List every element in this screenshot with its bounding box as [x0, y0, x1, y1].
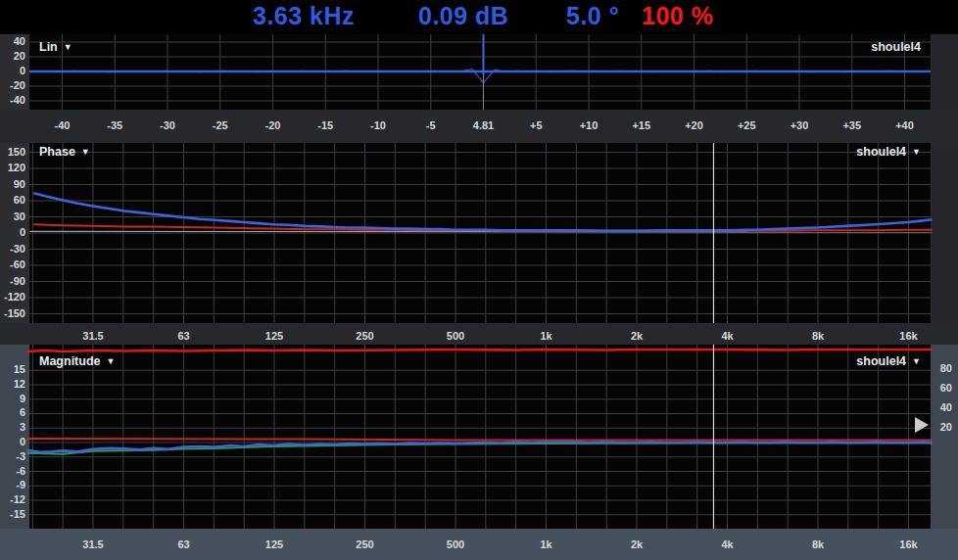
ir-x-tick: 4.81 — [473, 119, 494, 131]
phase-y-tick: 60 — [0, 194, 25, 206]
phase-panel-dropdown[interactable]: Phase ▼ — [39, 145, 90, 159]
ir-x-tick: -30 — [160, 119, 175, 131]
mag-y-tick: -9 — [0, 479, 25, 490]
ir-x-tick: +5 — [530, 119, 543, 131]
mag-trace-selector[interactable]: shoulel4 ▼ — [856, 354, 921, 368]
mag-y-tick: 0 — [0, 436, 25, 447]
phase-y-tick: -120 — [0, 291, 25, 303]
dropdown-arrow-icon: ▼ — [107, 355, 116, 367]
phase-trace-selector[interactable]: shoulel4 ▼ — [856, 145, 921, 159]
ir-x-tick: +30 — [790, 119, 809, 131]
phase-trace-name: shoulel4 — [856, 145, 906, 159]
dropdown-arrow-icon: ▼ — [64, 41, 72, 53]
phase-x-tick: 125 — [265, 330, 283, 342]
ir-scale-label: Lin — [39, 40, 58, 54]
phase-x-tick: 8k — [812, 330, 824, 342]
mag-y-tick: 3 — [0, 421, 25, 433]
coherence-y-tick: 40 — [933, 401, 952, 413]
ir-y-tick: -40 — [0, 94, 25, 106]
ir-x-tick: -35 — [107, 119, 122, 131]
phase-y-tick: 90 — [0, 178, 25, 190]
phase-x-tick: 2k — [631, 330, 643, 342]
phase-y-tick: -90 — [0, 275, 25, 287]
phase-x-tick: 31.5 — [82, 330, 103, 342]
mag-y-tick: 12 — [0, 378, 25, 390]
dropdown-arrow-icon: ▼ — [81, 146, 90, 158]
ir-x-tick: -40 — [55, 119, 71, 131]
ir-x-tick: -15 — [317, 119, 333, 131]
phase-panel-label: Phase — [39, 145, 75, 159]
ir-y-tick: 20 — [0, 50, 25, 62]
mag-x-tick: 250 — [356, 538, 373, 550]
phase-y-tick: -60 — [0, 258, 25, 270]
phase-x-tick: 250 — [356, 330, 373, 342]
mag-y-tick: -15 — [0, 508, 25, 520]
mag-y-tick: 9 — [0, 393, 25, 404]
ir-y-tick: -20 — [0, 79, 25, 91]
phase-y-tick: 0 — [0, 226, 25, 238]
phase-y-tick: -30 — [0, 243, 25, 255]
ir-scale-dropdown[interactable]: Lin ▼ — [39, 40, 72, 54]
ir-x-tick: +25 — [738, 119, 756, 131]
coherence-y-tick: 20 — [933, 421, 952, 433]
phase-x-tick: 1k — [540, 330, 551, 342]
coherence-scale-pointer-icon[interactable] — [915, 417, 929, 433]
mag-panel-label: Magnitude — [39, 354, 101, 368]
mag-x-tick: 500 — [447, 538, 464, 550]
ir-x-tick: +15 — [632, 119, 650, 131]
axis-tick-labels: -40-35-30-25-20-15-10-54.81+5+10+15+20+2… — [0, 0, 958, 560]
mag-x-tick: 8k — [812, 538, 824, 550]
ir-x-tick: -20 — [265, 119, 281, 131]
phase-y-tick: 30 — [0, 210, 25, 222]
mag-y-tick: -3 — [0, 450, 25, 462]
mag-x-tick: 125 — [265, 538, 283, 550]
ir-x-tick: +20 — [685, 119, 703, 131]
ir-y-tick: 40 — [0, 35, 25, 47]
mag-y-tick: -6 — [0, 465, 25, 477]
ir-x-tick: +35 — [842, 119, 861, 131]
mag-x-tick: 31.5 — [82, 538, 103, 550]
ir-x-tick: +10 — [580, 119, 599, 131]
phase-x-tick: 500 — [447, 330, 464, 342]
dropdown-arrow-icon: ▼ — [912, 146, 921, 158]
mag-x-tick: 16k — [899, 538, 917, 550]
mag-x-tick: 4k — [721, 538, 733, 550]
ir-trace-name: shoulel4 — [871, 40, 921, 54]
phase-y-tick: 120 — [0, 162, 25, 173]
phase-y-tick: 150 — [0, 146, 25, 158]
mag-panel-dropdown[interactable]: Magnitude ▼ — [39, 354, 115, 368]
ir-x-tick: -25 — [213, 119, 228, 131]
phase-x-tick: 63 — [177, 330, 189, 342]
ir-y-tick: 0 — [0, 65, 25, 76]
phase-x-tick: 4k — [721, 330, 733, 342]
mag-y-tick: 6 — [0, 406, 25, 418]
ir-x-tick: -5 — [426, 119, 436, 131]
coherence-y-tick: 80 — [933, 362, 952, 374]
dropdown-arrow-icon: ▼ — [912, 355, 921, 367]
ir-x-tick: -10 — [370, 119, 386, 131]
ir-x-tick: +40 — [895, 119, 914, 131]
mag-trace-name: shoulel4 — [856, 354, 906, 368]
ir-trace-selector[interactable]: shoulel4 — [871, 40, 921, 54]
mag-x-tick: 2k — [631, 538, 643, 550]
audio-analyzer-window: 3.63 kHz 0.09 dB 5.0 ° 100 % -40-35-30-2… — [0, 0, 958, 560]
mag-y-tick: 15 — [0, 363, 25, 375]
coherence-y-tick: 60 — [933, 382, 952, 394]
mag-x-tick: 1k — [540, 538, 551, 550]
mag-y-tick: -12 — [0, 493, 25, 505]
mag-x-tick: 63 — [177, 538, 189, 550]
phase-x-tick: 16k — [899, 330, 917, 342]
phase-y-tick: -150 — [0, 307, 25, 319]
